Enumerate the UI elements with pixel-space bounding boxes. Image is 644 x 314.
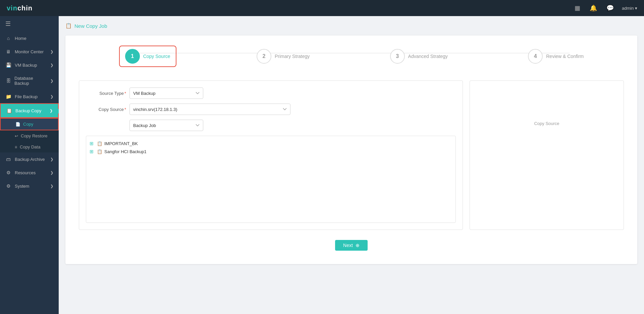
sidebar-item-system[interactable]: ⚙ System ❯ bbox=[0, 179, 59, 193]
sidebar-sub-menu: 📄 Copy ↩ Copy Restore ≡ Copy Data bbox=[0, 118, 59, 152]
chevron-right-icon: ❯ bbox=[50, 184, 53, 188]
sidebar-item-label: Monitor Center bbox=[15, 49, 44, 54]
step-4-circle: 4 bbox=[528, 49, 543, 64]
sidebar-item-backup-copy[interactable]: 📋 Backup Copy ❯ ▶ bbox=[0, 103, 59, 118]
sidebar-item-label: Database Backup bbox=[14, 76, 47, 86]
copy-source-select[interactable]: vinchin.srv(172.18.1.3) bbox=[129, 104, 290, 115]
tree-item-label: IMPORTANT_BK bbox=[104, 141, 138, 146]
page-title: New Copy Job bbox=[74, 23, 107, 29]
sidebar-item-backup-archive[interactable]: 🗃 Backup Archive ❯ bbox=[0, 152, 59, 166]
step-2[interactable]: 2 Primary Strategy bbox=[257, 49, 310, 64]
hamburger-button[interactable]: ☰ bbox=[0, 16, 59, 32]
resources-icon: ⚙ bbox=[5, 170, 11, 175]
file-icon: 📋 bbox=[97, 149, 102, 154]
expand-icon[interactable]: ⊞ bbox=[90, 149, 95, 154]
copy-data-icon: ≡ bbox=[15, 145, 17, 149]
main-content: 📋 New Copy Job 1 Copy Source 2 Pri bbox=[59, 16, 644, 314]
copy-restore-icon: ↩ bbox=[15, 134, 18, 138]
sidebar-sub-label: Copy Restore bbox=[21, 133, 47, 138]
sidebar-sub-label: Copy Data bbox=[20, 144, 40, 149]
backup-tree: ⊞ 📋 IMPORTANT_BK ⊞ 📋 Sangfor HCI Backup1 bbox=[86, 136, 456, 223]
next-button[interactable]: Next ⊕ bbox=[335, 240, 368, 251]
page-header: 📋 New Copy Job bbox=[65, 23, 637, 29]
next-icon: ⊕ bbox=[356, 243, 360, 248]
step-4-label: Review & Confirm bbox=[546, 54, 584, 59]
sidebar-item-file-backup[interactable]: 📁 File Backup ❯ bbox=[0, 90, 59, 103]
topbar: vinchin ▦ 🔔 💬 admin ▾ bbox=[0, 0, 644, 16]
system-icon: ⚙ bbox=[5, 183, 11, 189]
step-indicator: 1 Copy Source 2 Primary Strategy 3 Advan bbox=[79, 46, 624, 67]
copy-sub-icon: 📄 bbox=[15, 122, 20, 127]
sidebar: ☰ ⌂ Home 🖥 Monitor Center ❯ 💾 VM Backup … bbox=[0, 16, 59, 314]
step-2-circle: 2 bbox=[257, 49, 271, 64]
form-left-panel: Source Type* VM Backup Database Backup F… bbox=[79, 80, 463, 230]
step-4[interactable]: 4 Review & Confirm bbox=[528, 49, 584, 64]
step-1: 1 Copy Source bbox=[119, 46, 176, 67]
grid-icon[interactable]: ▦ bbox=[573, 3, 582, 13]
source-type-select[interactable]: VM Backup Database Backup File Backup bbox=[129, 87, 203, 99]
chevron-right-icon: ❯ bbox=[50, 171, 53, 175]
copy-source-row: Copy Source* vinchin.srv(172.18.1.3) bbox=[86, 104, 456, 115]
sidebar-item-label: Home bbox=[15, 36, 26, 41]
step-4-box: 4 Review & Confirm bbox=[528, 49, 584, 64]
expand-icon[interactable]: ⊞ bbox=[90, 141, 95, 146]
backup-job-select[interactable]: Backup Job bbox=[129, 120, 203, 131]
chevron-right-icon: ❯ bbox=[50, 79, 53, 83]
sidebar-item-label: System bbox=[15, 184, 29, 189]
step-1-box[interactable]: 1 Copy Source bbox=[119, 46, 176, 67]
sidebar-item-vm-backup[interactable]: 💾 VM Backup ❯ bbox=[0, 58, 59, 72]
source-type-row: Source Type* VM Backup Database Backup F… bbox=[86, 87, 456, 99]
right-panel-title: Copy Source bbox=[477, 121, 617, 126]
step-3-label: Advanced Strategy bbox=[408, 54, 448, 59]
sidebar-sub-label: Copy bbox=[23, 122, 33, 127]
sidebar-item-label: VM Backup bbox=[15, 63, 37, 68]
tree-item-important-bk[interactable]: ⊞ 📋 IMPORTANT_BK bbox=[90, 139, 452, 147]
chat-icon[interactable]: 💬 bbox=[605, 3, 615, 13]
form-section: Source Type* VM Backup Database Backup F… bbox=[79, 80, 624, 230]
user-menu[interactable]: admin ▾ bbox=[622, 6, 637, 11]
backup-job-row: Backup Job bbox=[86, 120, 456, 131]
chevron-right-icon: ❯ bbox=[50, 95, 53, 99]
sidebar-item-resources[interactable]: ⚙ Resources ❯ bbox=[0, 166, 59, 179]
sidebar-item-database-backup[interactable]: 🗄 Database Backup ❯ bbox=[0, 72, 59, 90]
monitor-icon: 🖥 bbox=[5, 49, 11, 54]
chevron-right-icon: ❯ bbox=[50, 157, 53, 162]
sidebar-item-label: Resources bbox=[15, 170, 36, 175]
form-right-panel: Copy Source bbox=[470, 80, 624, 230]
home-icon: ⌂ bbox=[5, 36, 11, 41]
chevron-right-icon: ❯ bbox=[50, 50, 53, 54]
copy-source-label: Copy Source* bbox=[86, 107, 126, 112]
backup-copy-icon: 📋 bbox=[6, 108, 12, 113]
sidebar-item-label: Backup Archive bbox=[15, 157, 45, 162]
file-icon: 📋 bbox=[97, 141, 102, 146]
page-header-icon: 📋 bbox=[65, 23, 72, 29]
chevron-right-icon: ❯ bbox=[50, 63, 53, 67]
vm-backup-icon: 💾 bbox=[5, 62, 11, 68]
sidebar-sub-item-copy-restore[interactable]: ↩ Copy Restore bbox=[0, 130, 59, 141]
sidebar-item-home[interactable]: ⌂ Home bbox=[0, 32, 59, 45]
next-label: Next bbox=[343, 243, 353, 248]
file-backup-icon: 📁 bbox=[5, 94, 11, 99]
tree-item-label: Sangfor HCI Backup1 bbox=[104, 149, 147, 154]
tree-item-sangfor-hci[interactable]: ⊞ 📋 Sangfor HCI Backup1 bbox=[90, 147, 452, 155]
main-layout: ☰ ⌂ Home 🖥 Monitor Center ❯ 💾 VM Backup … bbox=[0, 16, 644, 314]
sidebar-item-monitor-center[interactable]: 🖥 Monitor Center ❯ bbox=[0, 45, 59, 58]
chevron-down-icon: ❯ bbox=[50, 109, 53, 113]
sidebar-sub-item-copy-data[interactable]: ≡ Copy Data bbox=[0, 141, 59, 152]
step-3[interactable]: 3 Advanced Strategy bbox=[390, 49, 448, 64]
bell-icon[interactable]: 🔔 bbox=[588, 3, 598, 13]
sidebar-sub-item-copy[interactable]: 📄 Copy bbox=[0, 118, 59, 130]
step-3-box: 3 Advanced Strategy bbox=[390, 49, 448, 64]
step-1-circle: 1 bbox=[125, 49, 140, 64]
step-3-circle: 3 bbox=[390, 49, 405, 64]
step-2-box: 2 Primary Strategy bbox=[257, 49, 310, 64]
sidebar-item-label: File Backup bbox=[15, 94, 38, 99]
sidebar-active-arrow: ▶ bbox=[58, 107, 59, 115]
database-icon: 🗄 bbox=[5, 78, 11, 83]
logo-vin: vin bbox=[7, 4, 17, 12]
app-logo: vinchin bbox=[7, 4, 33, 12]
wizard-card: 1 Copy Source 2 Primary Strategy 3 Advan bbox=[65, 36, 637, 264]
archive-icon: 🗃 bbox=[5, 156, 11, 162]
sidebar-item-label: Backup Copy bbox=[15, 108, 41, 113]
source-type-label: Source Type* bbox=[86, 91, 126, 96]
